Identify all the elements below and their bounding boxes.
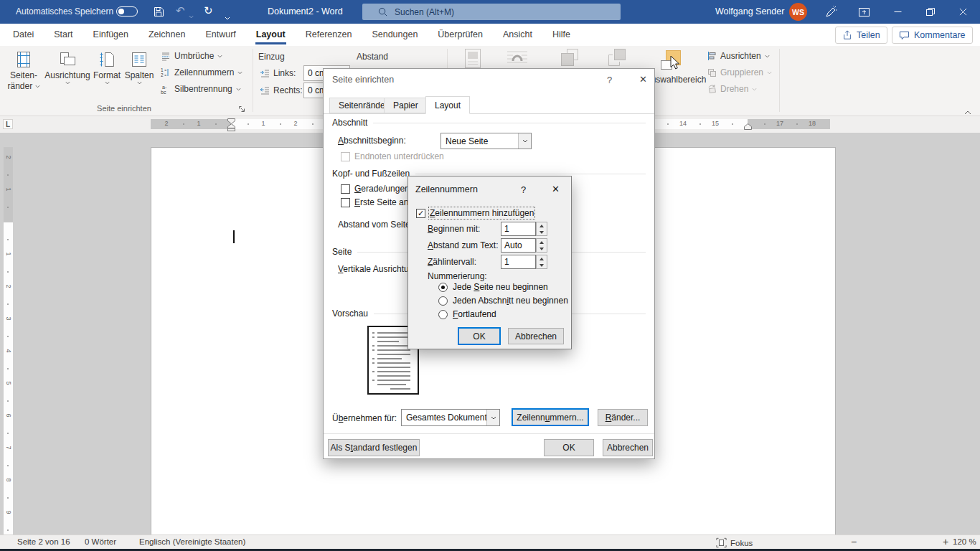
orientation-button[interactable]: Ausrichtung	[44, 49, 90, 85]
focus-icon	[716, 537, 727, 548]
align-label: Ausrichten	[720, 51, 761, 61]
language-status[interactable]: Englisch (Vereinigte Staaten)	[139, 537, 245, 546]
odd-even-checkbox[interactable]: Gerade/ungerad	[341, 184, 417, 194]
line-numbers-dialog-button[interactable]: Zeilennummern...	[512, 408, 589, 426]
ok-button[interactable]: OK	[458, 327, 501, 345]
from-text-input[interactable]: Auto	[501, 238, 536, 253]
start-at-spinner[interactable]	[536, 222, 547, 236]
comments-button[interactable]: Kommentare	[892, 27, 973, 44]
zoom-level[interactable]: 120 %	[953, 537, 976, 546]
tab-layout[interactable]: Layout	[425, 96, 470, 114]
save-icon[interactable]	[153, 6, 165, 21]
borders-button[interactable]: Ränder...	[598, 409, 648, 426]
document-title: Dokument2 - Word	[268, 6, 343, 17]
indent-markers[interactable]	[227, 118, 235, 131]
tab-einfügen[interactable]: Einfügen	[83, 24, 138, 44]
ruler-number: 18	[809, 120, 816, 127]
focus-button[interactable]: Fokus	[716, 537, 753, 548]
line-numbers-button[interactable]: 12 Zeilennummern	[161, 67, 242, 77]
tab-überprüfen[interactable]: Überprüfen	[428, 24, 493, 44]
section-start-combo[interactable]: Neue Seite	[440, 133, 532, 149]
breaks-label: Umbrüche	[174, 51, 214, 61]
ruler-number: 15	[712, 120, 719, 127]
tab-layout[interactable]: Layout	[246, 24, 296, 44]
redo-icon[interactable]: ↻	[204, 4, 213, 17]
ruler-number: 8	[5, 476, 12, 485]
close-icon[interactable]: ✕	[639, 74, 647, 85]
quick-access-chevron-icon[interactable]	[225, 10, 230, 23]
columns-button[interactable]: Spalten	[123, 49, 155, 85]
zoom-in-icon[interactable]: +	[943, 536, 948, 547]
tab-sendungen[interactable]: Sendungen	[362, 24, 428, 44]
avatar[interactable]: WS	[789, 3, 807, 21]
tab-start[interactable]: Start	[44, 24, 83, 44]
cancel-button[interactable]: Abbrechen	[603, 439, 653, 456]
cancel-button[interactable]: Abbrechen	[508, 328, 564, 344]
ruler-number: 2	[5, 153, 12, 162]
from-edge-label: Abstand vom Seiten	[338, 220, 415, 230]
combo-chevron-icon[interactable]	[486, 410, 499, 425]
align-button[interactable]: Ausrichten	[707, 51, 770, 61]
right-indent-marker[interactable]	[744, 123, 752, 130]
search-icon	[378, 7, 387, 17]
search-placeholder: Suchen (Alt+M)	[395, 7, 454, 17]
tab-selector[interactable]: L	[3, 119, 13, 129]
ruler-number: 1	[5, 185, 12, 194]
from-text-spinner[interactable]	[536, 238, 547, 253]
tab-ansicht[interactable]: Ansicht	[493, 24, 542, 44]
radio-restart-each-section[interactable]: Jeden Abschnitt neu beginnen	[438, 296, 568, 306]
margins-button[interactable]: Seiten- ränder	[6, 49, 42, 92]
group-divider	[447, 49, 448, 70]
search-input[interactable]: Suchen (Alt+M)	[362, 4, 621, 20]
section-group-header: Abschnitt	[332, 118, 646, 128]
count-by-input[interactable]: 1	[501, 255, 536, 269]
group-icon	[707, 67, 717, 77]
dialog-title: Seite einrichten	[332, 75, 394, 85]
tab-hilfe[interactable]: Hilfe	[542, 24, 580, 44]
count-by-spinner[interactable]	[536, 255, 547, 269]
text-cursor	[233, 230, 235, 243]
columns-label: Spalten	[125, 70, 154, 81]
close-icon[interactable]: ✕	[552, 184, 560, 194]
help-icon[interactable]: ?	[607, 75, 612, 85]
dialog-launcher-icon[interactable]	[238, 103, 246, 116]
start-at-input[interactable]: 1	[501, 222, 536, 236]
size-button[interactable]: Format	[92, 49, 122, 85]
apply-to-combo[interactable]: Gesamtes Dokument	[401, 409, 500, 426]
user-name[interactable]: Wolfgang Sender	[715, 6, 784, 17]
ink-editor-icon[interactable]	[825, 6, 837, 21]
hyphenation-button[interactable]: a-bc Silbentrennung	[161, 84, 241, 94]
zoom-out-icon[interactable]: −	[851, 536, 857, 547]
page-info[interactable]: Seite 2 von 16	[17, 537, 70, 546]
breaks-button[interactable]: Umbrüche	[161, 51, 222, 61]
tab-datei[interactable]: Datei	[3, 24, 44, 44]
maximize-button[interactable]	[914, 0, 946, 24]
radio-continuous[interactable]: Fortlaufend	[438, 309, 496, 319]
combo-chevron-icon[interactable]	[518, 133, 531, 149]
ok-button[interactable]: OK	[544, 439, 594, 456]
vertical-ruler[interactable]: 21123456789	[4, 147, 13, 534]
autosave-toggle[interactable]	[116, 6, 138, 17]
radio-restart-each-page[interactable]: Jede Seite neu beginnen	[438, 282, 548, 292]
tab-papier[interactable]: Papier	[384, 98, 428, 113]
minimize-button[interactable]	[882, 0, 913, 24]
margins-label-line1: Seiten-	[10, 70, 37, 81]
tab-zeichnen[interactable]: Zeichnen	[138, 24, 195, 44]
share-button[interactable]: Teilen	[835, 27, 887, 44]
add-line-numbers-checkbox[interactable]: ✓ Zeilennummern hinzufügen	[416, 208, 534, 218]
indent-title: Einzug	[258, 52, 285, 62]
ribbon-display-options-icon[interactable]	[858, 6, 870, 21]
close-button[interactable]	[947, 0, 979, 24]
tab-entwurf[interactable]: Entwurf	[195, 24, 245, 44]
undo-icon: ↶	[176, 4, 185, 17]
tab-referenzen[interactable]: Referenzen	[296, 24, 362, 44]
set-default-button[interactable]: Als Standard festlegen	[328, 439, 420, 456]
indent-right-control[interactable]: Rechts:	[260, 85, 303, 95]
help-icon[interactable]: ?	[521, 184, 526, 195]
word-count[interactable]: 0 Wörter	[85, 537, 116, 546]
rotate-label: Drehen	[720, 84, 748, 94]
indent-left-control[interactable]: Links:	[260, 68, 296, 78]
group-button: Gruppieren	[707, 67, 772, 77]
suppress-endnotes-checkbox: Endnoten unterdrücken	[341, 151, 444, 161]
first-page-checkbox[interactable]: Erste Seite ande	[341, 197, 418, 207]
